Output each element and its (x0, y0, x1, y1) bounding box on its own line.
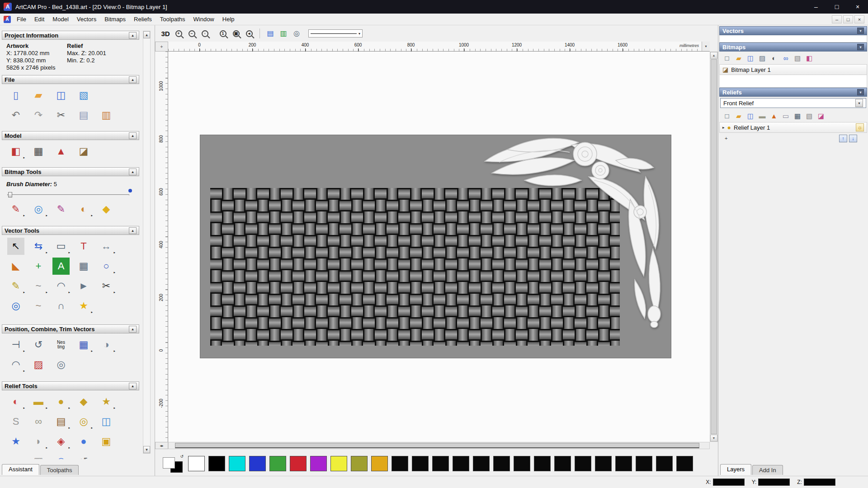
collapse-button[interactable]: ▴ (129, 326, 137, 333)
transform-vectors-icon[interactable]: ⇆ ▸ (30, 238, 47, 255)
vertical-scrollbar-thumb[interactable] (711, 59, 717, 434)
scroll-up-icon[interactable]: ▲ (710, 52, 717, 59)
line-style-picker[interactable]: ▾ (308, 29, 363, 38)
chevron-down-icon[interactable]: ▾ (359, 32, 360, 36)
nesting-icon[interactable]: Nes ting (52, 336, 70, 353)
new-bitmap-icon[interactable]: □ (722, 53, 732, 63)
swatch-yellow[interactable] (330, 456, 347, 471)
bitmaps-list[interactable] (719, 75, 867, 88)
reduce-colours-icon[interactable]: ◧ (804, 53, 814, 63)
save-model-icon[interactable]: ◫ (52, 87, 70, 104)
zoom-window-button[interactable]: ▫ (199, 28, 211, 39)
swatch-cyan[interactable] (229, 456, 245, 471)
calculate-relief-icon[interactable]: ▦ (793, 111, 802, 121)
link-colours-icon[interactable]: ∞ (781, 53, 791, 63)
delete-bitmap-icon[interactable]: ▧ (793, 53, 802, 63)
swatch-green[interactable] (269, 456, 286, 471)
load-image-icon[interactable]: ◪ (75, 143, 92, 160)
create-grid-icon[interactable]: ▦ (75, 258, 92, 275)
scroll-up-button[interactable]: ▲ (143, 31, 150, 38)
menu-item[interactable]: Model (48, 14, 72, 24)
view-3d-button[interactable]: 3D (160, 28, 171, 39)
create-spiral-icon[interactable]: ◎ (52, 356, 70, 373)
block-copy-icon[interactable]: ▦ ▸ (75, 336, 92, 353)
vectors-list[interactable] (719, 35, 867, 42)
weave-wizard-icon[interactable]: ∞ (30, 413, 47, 430)
new-model-icon[interactable]: ▯ (7, 87, 24, 104)
sculpt-model-icon[interactable]: ▲ (52, 143, 70, 160)
bridge-vectors-icon[interactable]: ∩ (52, 297, 70, 314)
menu-item[interactable]: Bitmaps (100, 14, 130, 24)
add-relief-icon[interactable]: ▲ (769, 111, 779, 121)
flood-fill-icon[interactable]: ◆ (98, 201, 115, 218)
zoom-in-button[interactable]: + (173, 28, 184, 39)
close-button[interactable]: × (847, 0, 868, 14)
swatch-black[interactable] (453, 456, 469, 471)
chevron-down-icon[interactable]: ▾ (855, 99, 863, 107)
tree-expand-icon[interactable]: + (725, 136, 727, 141)
open-bitmap-icon[interactable]: ▰ (734, 53, 744, 63)
fan-copy-icon[interactable]: ◑ ▸ (98, 336, 115, 353)
star-wizard-icon[interactable]: ★ (7, 433, 24, 450)
swatch-black[interactable] (473, 456, 490, 471)
horizontal-scrollbar-thumb[interactable] (175, 443, 699, 448)
paint-selective-icon[interactable]: ◎ ▸ (30, 201, 47, 218)
create-star-icon[interactable]: ★ ▸ (75, 297, 92, 314)
layer-visibility-icon[interactable]: ☼ (856, 123, 864, 131)
create-arc-icon[interactable]: ► (75, 277, 92, 295)
preview-button[interactable]: ◎ (291, 28, 302, 39)
tab-assistant[interactable]: Assistant (2, 464, 39, 475)
guides-button[interactable]: ▥ (278, 28, 289, 39)
clipart-library-icon[interactable]: ▤ ▸ (52, 413, 70, 430)
emboss-wizard-icon[interactable]: ◆ (75, 393, 92, 410)
swatch-black[interactable] (595, 456, 612, 471)
face-wizard-icon[interactable]: ● (7, 453, 24, 459)
swatch-black[interactable] (636, 456, 652, 471)
vector-doctor-icon[interactable]: ▨ (30, 356, 47, 373)
collapse-button[interactable]: ▴ (129, 383, 137, 389)
save-relief-icon[interactable]: ◫ (745, 111, 755, 121)
mdi-restore-button[interactable]: □ (843, 15, 853, 23)
drawing-area[interactable] (168, 52, 710, 442)
offset-vectors-icon[interactable]: ◎ (7, 297, 24, 314)
tab-layers[interactable]: Layers (720, 464, 751, 475)
move-layer-up-button[interactable]: ↑ (839, 135, 847, 142)
two-rail-sweep-icon[interactable]: ▥ (30, 453, 47, 459)
swirl-relief-icon[interactable]: ↺ (75, 453, 92, 459)
node-editing-icon[interactable]: + (30, 258, 47, 275)
smoothing-icon[interactable]: S (7, 413, 24, 430)
document-icon[interactable]: A (4, 16, 11, 23)
smooth-spline-icon[interactable]: ~ ▸ (30, 277, 47, 295)
chevron-down-icon[interactable]: ▾ (857, 28, 864, 34)
copy-icon[interactable]: ▤ (75, 107, 92, 124)
save-bitmap-icon[interactable]: ◫ (745, 53, 755, 63)
vertical-scrollbar[interactable]: ▲ ▼ (710, 52, 718, 442)
relief-select[interactable]: Front Relief ▾ (720, 98, 866, 108)
ruler-origin-button[interactable]: + (155, 42, 168, 52)
tab-toolpaths[interactable]: Toolpaths (40, 465, 79, 475)
menu-item[interactable]: Edit (30, 14, 48, 24)
set-model-size-icon[interactable]: ◧ ▸ (7, 143, 24, 160)
interactive-sculpt-icon[interactable]: ◎ ▸ (75, 413, 92, 430)
export-model-icon[interactable]: ▧ (75, 87, 92, 104)
collapse-button[interactable]: ▴ (129, 132, 137, 139)
swatch-red[interactable] (290, 456, 307, 471)
draw-icon[interactable]: ✎ (52, 201, 70, 218)
swatch-black[interactable] (493, 456, 510, 471)
reset-colours-icon[interactable]: ↺ (180, 454, 184, 459)
create-rectangle-icon[interactable]: ▭ ▸ (52, 238, 70, 255)
swatch-black[interactable] (392, 456, 408, 471)
undo-icon[interactable]: ↶ (7, 107, 24, 124)
turn-wizard-icon[interactable]: ◈ ▸ (52, 433, 70, 450)
zoom-1to1-button[interactable]: 1 (217, 28, 229, 39)
colour-palette-icon[interactable]: ◐ ▸ (75, 201, 92, 218)
bitmap-layer-row[interactable]: ◪ Bitmap Layer 1 (719, 64, 867, 75)
paste-icon[interactable]: ▥ (98, 107, 115, 124)
cut-icon[interactable]: ✂ (52, 107, 70, 124)
shape-editor-icon[interactable]: ◐ ▸ (7, 393, 24, 410)
assistant-scrollbar[interactable]: ▲ ▼ (143, 31, 151, 454)
relief-colour-icon[interactable]: ◪ (816, 111, 826, 121)
menu-item[interactable]: File (13, 14, 30, 24)
horizontal-scrollbar[interactable] (168, 442, 710, 449)
swatch-olive[interactable] (351, 456, 368, 471)
